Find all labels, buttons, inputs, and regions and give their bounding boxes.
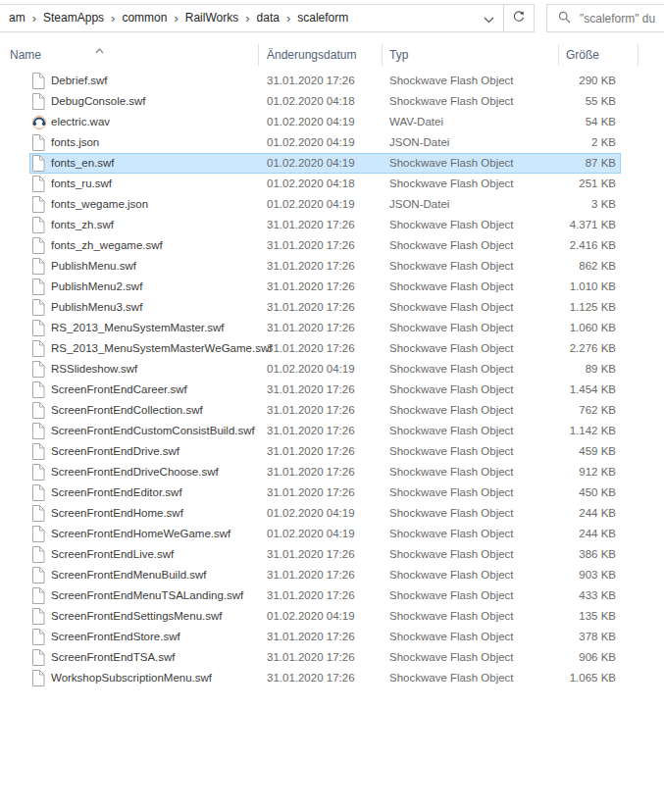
file-row[interactable]: ScreenFrontEndLive.swf 31.01.2020 17:26 … — [0, 544, 664, 565]
file-type: Shockwave Flash Object — [389, 318, 514, 338]
column-header-type[interactable]: Typ — [389, 48, 408, 62]
file-row[interactable]: ScreenFrontEndDrive.swf 31.01.2020 17:26… — [0, 441, 664, 462]
file-row[interactable]: ScreenFrontEndSettingsMenu.swf 01.02.202… — [0, 606, 664, 627]
address-dropdown-button[interactable] — [474, 5, 503, 31]
file-row[interactable]: fonts_ru.swf 01.02.2020 04:18 Shockwave … — [0, 174, 664, 194]
column-resize-handle[interactable] — [638, 44, 638, 66]
file-row[interactable]: RS_2013_MenuSystemMasterWeGame.swf 31.01… — [0, 338, 664, 359]
file-row[interactable]: ScreenFrontEndMenuBuild.swf 31.01.2020 1… — [0, 565, 664, 585]
file-row[interactable]: fonts.json 01.02.2020 04:19 JSON-Datei 2… — [0, 132, 664, 153]
column-resize-handle[interactable] — [558, 44, 559, 66]
file-row[interactable]: PublishMenu2.swf 31.01.2020 17:26 Shockw… — [0, 277, 664, 297]
file-row[interactable]: DebugConsole.swf 01.02.2020 04:18 Shockw… — [0, 91, 664, 112]
file-row[interactable]: ScreenFrontEndHome.swf 01.02.2020 04:19 … — [0, 503, 664, 524]
file-row[interactable]: ScreenFrontEndCustomConsistBuild.swf 31.… — [0, 421, 664, 441]
file-type: Shockwave Flash Object — [389, 359, 514, 380]
file-date: 31.01.2020 17:26 — [267, 585, 355, 606]
file-icon — [31, 196, 47, 212]
column-resize-handle[interactable] — [382, 44, 383, 66]
file-date: 01.02.2020 04:18 — [267, 174, 355, 194]
file-size: 3 KB — [510, 194, 616, 215]
file-date: 31.01.2020 17:26 — [267, 235, 355, 256]
file-size: 378 KB — [510, 627, 616, 647]
search-box[interactable] — [546, 4, 664, 32]
column-header-size[interactable]: Größe — [566, 48, 599, 62]
breadcrumb-item[interactable]: common — [116, 5, 173, 31]
file-row[interactable]: ScreenFrontEndHomeWeGame.swf 01.02.2020 … — [0, 524, 664, 544]
file-row[interactable]: ScreenFrontEndStore.swf 31.01.2020 17:26… — [0, 627, 664, 647]
file-row[interactable]: electric.wav 01.02.2020 04:19 WAV-Datei … — [0, 112, 664, 132]
file-row[interactable]: ScreenFrontEndDriveChoose.swf 31.01.2020… — [0, 462, 664, 482]
file-size: 1.454 KB — [510, 380, 616, 400]
file-row[interactable]: ScreenFrontEndEditor.swf 31.01.2020 17:2… — [0, 482, 664, 503]
file-row[interactable]: fonts_en.swf 01.02.2020 04:19 Shockwave … — [0, 153, 664, 174]
file-icon — [31, 93, 47, 109]
chevron-down-icon — [484, 10, 494, 27]
file-type: Shockwave Flash Object — [389, 462, 514, 482]
column-header-date[interactable]: Änderungsdatum — [267, 48, 356, 62]
file-date: 31.01.2020 17:26 — [267, 400, 355, 421]
file-size: 87 KB — [510, 153, 616, 174]
file-date: 31.01.2020 17:26 — [267, 441, 355, 462]
file-icon — [31, 73, 47, 88]
file-name: electric.wav — [51, 112, 110, 132]
file-date: 31.01.2020 17:26 — [267, 544, 355, 565]
audio-icon — [31, 114, 47, 129]
file-list: Debrief.swf 31.01.2020 17:26 Shockwave F… — [0, 71, 664, 688]
column-resize-handle[interactable] — [258, 44, 259, 66]
file-type: Shockwave Flash Object — [389, 585, 514, 606]
file-icon — [31, 155, 47, 171]
file-row[interactable]: WorkshopSubscriptionMenu.swf 31.01.2020 … — [0, 668, 664, 688]
file-type: Shockwave Flash Object — [389, 503, 514, 524]
file-icon — [31, 567, 47, 583]
file-type: Shockwave Flash Object — [389, 256, 514, 277]
search-icon — [558, 10, 571, 27]
file-row[interactable]: PublishMenu3.swf 31.01.2020 17:26 Shockw… — [0, 297, 664, 318]
file-size: 1.060 KB — [510, 318, 616, 338]
file-name: fonts_ru.swf — [51, 174, 112, 194]
breadcrumb-item[interactable]: SteamApps — [37, 5, 110, 31]
file-row[interactable]: fonts_zh.swf 31.01.2020 17:26 Shockwave … — [0, 215, 664, 235]
file-size: 906 KB — [510, 647, 616, 668]
breadcrumb-item[interactable]: data — [251, 5, 285, 31]
file-size: 450 KB — [510, 482, 616, 503]
file-name: ScreenFrontEndEditor.swf — [51, 482, 182, 503]
file-date: 31.01.2020 17:26 — [267, 380, 355, 400]
file-row[interactable]: RSSlideshow.swf 01.02.2020 04:19 Shockwa… — [0, 359, 664, 380]
address-bar[interactable]: am › SteamApps › common › RailWorks › da… — [0, 4, 535, 32]
file-name: ScreenFrontEndMenuBuild.swf — [51, 565, 207, 585]
file-type: Shockwave Flash Object — [389, 524, 514, 544]
file-date: 01.02.2020 04:19 — [267, 153, 355, 174]
file-size: 2.276 KB — [510, 338, 616, 359]
breadcrumb-item[interactable]: am — [3, 5, 31, 31]
file-date: 01.02.2020 04:19 — [267, 194, 355, 215]
file-row[interactable]: RS_2013_MenuSystemMaster.swf 31.01.2020 … — [0, 318, 664, 338]
file-type: Shockwave Flash Object — [389, 153, 514, 174]
file-date: 01.02.2020 04:19 — [267, 132, 355, 153]
file-row[interactable]: ScreenFrontEndCareer.swf 31.01.2020 17:2… — [0, 380, 664, 400]
breadcrumb-item[interactable]: scaleform — [291, 5, 354, 31]
file-name: PublishMenu.swf — [51, 256, 136, 277]
file-size: 89 KB — [510, 359, 616, 380]
file-icon — [31, 546, 47, 562]
file-row[interactable]: ScreenFrontEndTSA.swf 31.01.2020 17:26 S… — [0, 647, 664, 668]
file-row[interactable]: Debrief.swf 31.01.2020 17:26 Shockwave F… — [0, 71, 664, 91]
column-header-name[interactable]: Name — [10, 48, 41, 62]
file-type: Shockwave Flash Object — [389, 235, 514, 256]
file-icon — [31, 402, 47, 418]
file-icon — [31, 629, 47, 644]
breadcrumb-item[interactable]: RailWorks — [179, 5, 244, 31]
file-row[interactable]: ScreenFrontEndCollection.swf 31.01.2020 … — [0, 400, 664, 421]
file-name: RSSlideshow.swf — [51, 359, 137, 380]
file-row[interactable]: PublishMenu.swf 31.01.2020 17:26 Shockwa… — [0, 256, 664, 277]
refresh-button[interactable] — [504, 5, 534, 31]
file-row[interactable]: fonts_wegame.json 01.02.2020 04:19 JSON-… — [0, 194, 664, 215]
file-icon — [31, 484, 47, 500]
file-size: 1.010 KB — [510, 277, 616, 297]
file-row[interactable]: fonts_zh_wegame.swf 31.01.2020 17:26 Sho… — [0, 235, 664, 256]
search-input[interactable] — [580, 12, 664, 25]
file-name: ScreenFrontEndHome.swf — [51, 503, 183, 524]
file-date: 01.02.2020 04:19 — [267, 112, 355, 132]
file-row[interactable]: ScreenFrontEndMenuTSALanding.swf 31.01.2… — [0, 585, 664, 606]
file-type: Shockwave Flash Object — [389, 421, 514, 441]
